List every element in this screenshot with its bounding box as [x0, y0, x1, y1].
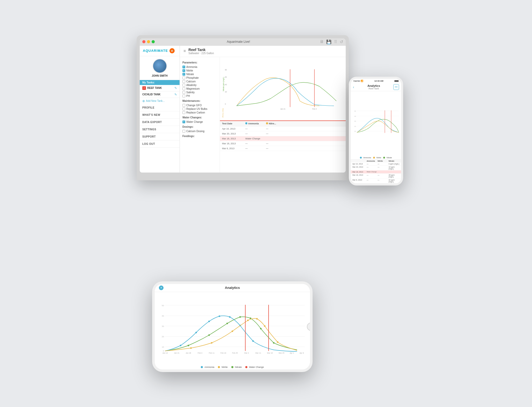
ph-ammonia: — — [367, 163, 378, 165]
sidebar-item-data-export[interactable]: DATA EXPORT — [140, 119, 180, 126]
user-name: JOHN SMITH — [152, 74, 168, 77]
alkalinity-checkbox[interactable] — [182, 84, 185, 87]
monitor-icon[interactable]: 🖥 — [320, 39, 324, 44]
phone-table-row: Mar 20, 2013 — — 10 ppm (mg/L) — [351, 166, 401, 170]
minimize-button[interactable] — [147, 40, 150, 43]
svg-point-49 — [211, 342, 212, 344]
hamburger-icon[interactable]: ≡ — [183, 49, 186, 53]
calcium-checkbox[interactable] — [182, 80, 185, 83]
col-header-date: Test Date — [222, 122, 240, 125]
svg-text:20: 20 — [354, 125, 356, 127]
svg-text:80: 80 — [225, 69, 227, 71]
traffic-lights — [142, 40, 155, 43]
calcium-dosing-checkbox[interactable] — [182, 130, 185, 133]
param-nitrite[interactable]: Nitrite — [182, 69, 217, 72]
refresh-icon[interactable]: ↺ — [340, 39, 343, 44]
laptop-screen: Aquarimate Live! 🖥 💾 ⠿ ↺ AQUARIMATE — [140, 38, 346, 173]
feedings-title: Feedings: — [182, 135, 217, 138]
table-row: Mar 6, 2013 — — — [220, 146, 346, 151]
col-header-ammonia: Ammonia — [245, 122, 261, 125]
phone-table-row: Apr 10, 2013 — — 0 ppm (mg/L) — [351, 162, 401, 166]
param-ph[interactable]: PH — [182, 95, 217, 97]
sidebar-logo: AQUARIMATE 🐡 — [140, 46, 180, 56]
svg-text:0: 0 — [225, 103, 226, 105]
data-table: Test Date Ammonia Nitre... — [220, 120, 346, 173]
main-area: ≡ Reef Tank Saltwater · 225 Gallon Param… — [180, 46, 346, 173]
landscape-volume-button[interactable] — [175, 281, 184, 282]
sidebar-item-support[interactable]: SUPPORT — [140, 133, 180, 140]
nitrate-dot — [231, 366, 233, 368]
ammonia-legend-label: Ammonia — [363, 157, 371, 159]
ammonia-checkbox[interactable] — [182, 66, 185, 68]
replace-uv-checkbox[interactable] — [182, 108, 185, 110]
reef-tank-edit-icon[interactable]: ✎ — [174, 86, 177, 90]
param-nitrate[interactable]: Nitrate — [182, 73, 217, 76]
nitrate-legend-label: Nitrate — [387, 157, 392, 159]
param-ammonia[interactable]: Ammonia — [182, 66, 217, 68]
svg-point-39 — [260, 328, 262, 329]
svg-text:50: 50 — [354, 110, 356, 112]
cichlid-tank-name: CICHLID TANK — [142, 93, 174, 96]
add-tank-button[interactable]: ⊕ Add New Tank... — [140, 98, 180, 104]
nitrate-checkbox[interactable] — [182, 73, 185, 76]
reef-tank-item[interactable]: 2 REEF TANK ✎ — [140, 85, 180, 91]
add-tank-plus-icon: ⊕ — [142, 99, 145, 103]
ph-nitrite: — — [378, 174, 388, 178]
phone-chart: 50 40 30 20 10 — [351, 91, 401, 156]
close-button[interactable] — [142, 40, 145, 43]
ammonia-legend-dot — [360, 157, 362, 159]
nitrite-checkbox[interactable] — [182, 69, 185, 72]
nitrite-dot — [266, 122, 268, 124]
maint-replace-carbon[interactable]: Replace Carbon — [182, 111, 217, 114]
ph-ammonia: — — [367, 166, 378, 170]
param-salinity[interactable]: Salinity — [182, 91, 217, 94]
water-change-item[interactable]: Water Change — [182, 120, 217, 123]
cichlid-tank-item[interactable]: CICHLID TANK ✎ — [140, 91, 180, 98]
ph-ammonia: Water Change — [367, 171, 378, 173]
legend-nitrite: Nitrite — [373, 157, 381, 159]
param-magnesium[interactable]: Magnesium — [182, 87, 217, 90]
param-calcium[interactable]: Calcium — [182, 80, 217, 83]
landscape-power-button[interactable] — [272, 372, 279, 372]
close-button[interactable]: ✕ — [159, 285, 164, 290]
row-ammonia: — — [245, 127, 261, 130]
phone-screen: Carrier 📶 12:34 AM ▮▮▮▮ ‹ Analytics Reef… — [351, 79, 401, 183]
svg-text:Feb 25: Feb 25 — [232, 352, 238, 354]
sidebar-item-profile[interactable]: PROFILE — [140, 104, 180, 111]
cichlid-tank-edit-icon[interactable]: ✎ — [174, 93, 177, 96]
sidebar-item-logout[interactable]: LOG OUT — [140, 140, 180, 148]
param-alkalinity[interactable]: Alkalinity — [182, 84, 217, 87]
param-phosphate[interactable]: Phosphate — [182, 76, 217, 79]
maint-change-gfo[interactable]: Change GFO — [182, 104, 217, 107]
svg-text:Feb 4: Feb 4 — [198, 352, 202, 354]
svg-text:20: 20 — [225, 91, 227, 92]
params-title: Parameters: — [182, 61, 217, 64]
maximize-button[interactable] — [152, 40, 155, 43]
calcium-dosing-item[interactable]: Calcium Dosing — [182, 130, 217, 133]
salinity-checkbox[interactable] — [182, 91, 185, 94]
phone-chart-svg: 50 40 30 20 10 — [352, 92, 400, 155]
landscape-chart-svg: 50 40 30 20 10 0 — [157, 294, 307, 364]
parameters-panel: Parameters: Ammonia Nitrite — [180, 57, 220, 173]
magnesium-checkbox[interactable] — [182, 87, 185, 90]
maint-replace-uv[interactable]: Replace UV Bulbs — [182, 108, 217, 110]
phosphate-checkbox[interactable] — [182, 76, 185, 79]
replace-carbon-checkbox[interactable] — [182, 111, 185, 114]
svg-text:Apr 8: Apr 8 — [300, 352, 304, 354]
ph-checkbox[interactable] — [182, 95, 185, 97]
more-options-button[interactable]: ••• — [393, 84, 399, 90]
nitrite-label: Nitrite — [186, 69, 193, 72]
sidebar-item-settings[interactable]: SETTINGS — [140, 126, 180, 133]
chart-area: 80 60 40 20 0 Nitrate ppm (mg/L) Water — [220, 57, 346, 173]
grid-icon[interactable]: ⠿ — [334, 39, 337, 44]
save-icon[interactable]: 💾 — [326, 39, 331, 44]
ph-col-date — [352, 160, 367, 162]
sidebar-item-whats-new[interactable]: WHAT'S NEW — [140, 111, 180, 119]
ph-ammonia: — — [367, 179, 378, 183]
change-gfo-checkbox[interactable] — [182, 104, 185, 107]
table-header: Test Date Ammonia Nitre... — [220, 121, 346, 126]
svg-text:30: 30 — [354, 120, 356, 122]
water-change-checkbox[interactable] — [182, 120, 185, 123]
landscape-title: Analytics — [164, 286, 301, 290]
svg-text:40: 40 — [225, 83, 227, 85]
